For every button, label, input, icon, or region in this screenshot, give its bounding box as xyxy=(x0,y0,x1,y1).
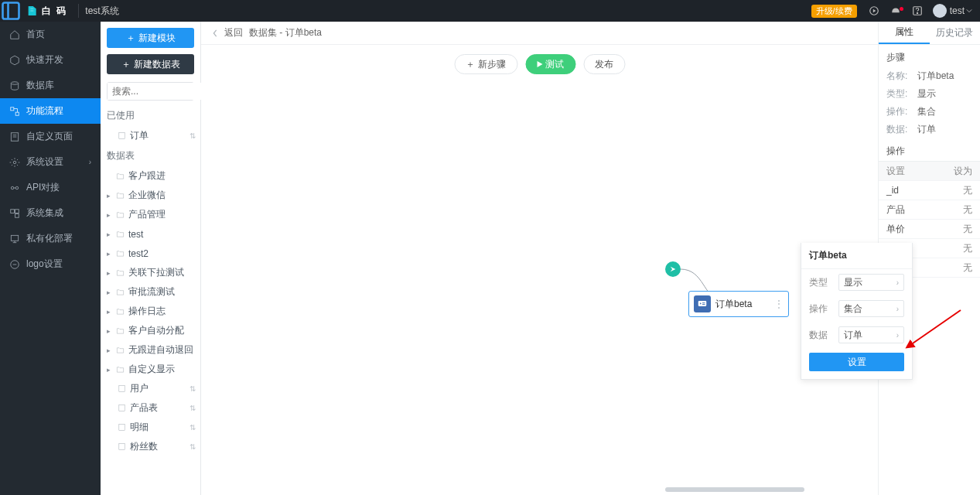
popup-settings-button[interactable]: 设置 xyxy=(809,353,904,371)
right-tabs: 属性 历史记录 xyxy=(879,22,980,45)
table-folder[interactable]: ▸test2 xyxy=(101,244,200,263)
svg-rect-12 xyxy=(15,213,19,217)
used-item[interactable]: 订单⇅ xyxy=(101,126,200,145)
svg-rect-5 xyxy=(11,107,14,110)
table-folder[interactable]: ▸审批流测试 xyxy=(101,282,200,302)
nav-item-db[interactable]: 数据库 xyxy=(0,73,101,98)
test-button[interactable]: 测试 xyxy=(525,54,575,74)
table-folder[interactable]: ▸企业微信 xyxy=(101,186,200,205)
preview-icon[interactable] xyxy=(865,5,883,16)
topbar: 白 码 test系统 升级/续费 test xyxy=(0,0,980,22)
table-folder[interactable]: ▸自定义显示 xyxy=(101,360,200,379)
table-item[interactable]: 产品表⇅ xyxy=(101,398,200,418)
table-item[interactable]: 明细⇅ xyxy=(101,418,200,437)
svg-point-10 xyxy=(15,186,19,189)
menu-toggle-icon[interactable] xyxy=(0,0,22,22)
op-table-row[interactable]: 单价无 xyxy=(879,220,980,239)
svg-rect-21 xyxy=(118,443,124,449)
table-folder[interactable]: ▸test xyxy=(101,224,200,244)
nav-item-cube[interactable]: 快速开发 xyxy=(0,47,101,73)
svg-rect-11 xyxy=(11,209,15,213)
svg-point-8 xyxy=(13,161,16,164)
step-section-title: 步骤 xyxy=(879,45,980,67)
step-kv-row: 操作:集合 xyxy=(879,103,980,121)
canvas-scrollbar[interactable] xyxy=(464,487,878,492)
node-title: 订单beta xyxy=(715,298,752,311)
table-folder[interactable]: ▸操作日志 xyxy=(101,302,200,321)
new-module-button[interactable]: ＋新建模块 xyxy=(107,28,194,48)
data-panel: ＋新建模块 ＋新建数据表 已使用 订单⇅ 数据表 客户跟进▸企业微信▸产品管理▸… xyxy=(101,22,201,495)
popup-field-row: 数据订单› xyxy=(801,322,912,348)
nav-item-page[interactable]: 自定义页面 xyxy=(0,124,101,149)
table-item[interactable]: 用户⇅ xyxy=(101,379,200,398)
node-more-icon[interactable]: ⋮ xyxy=(774,299,784,309)
group-tables-title: 数据表 xyxy=(101,145,200,166)
svg-point-3 xyxy=(917,12,917,13)
op-table-head: 设置设为 xyxy=(879,162,980,181)
table-folder[interactable]: ▸产品管理 xyxy=(101,205,200,224)
node-config-popup: 订单beta 类型显示›操作集合›数据订单› 设置 xyxy=(801,243,913,380)
svg-point-23 xyxy=(700,303,702,305)
svg-rect-18 xyxy=(118,385,124,391)
brand-logo[interactable]: 白 码 xyxy=(22,0,72,22)
upgrade-button[interactable]: 升级/续费 xyxy=(811,5,857,18)
nav-item-deploy[interactable]: 私有化部署 xyxy=(0,226,101,251)
svg-rect-24 xyxy=(702,302,705,303)
brand-text: 白 码 xyxy=(42,5,67,18)
nav-item-home[interactable]: 首页 xyxy=(0,22,101,47)
step-kv-row: 名称:订单beta xyxy=(879,67,980,85)
table-tree: 客户跟进▸企业微信▸产品管理▸test▸test2▸关联下拉测试▸审批流测试▸操… xyxy=(101,166,200,495)
popup-title: 订单beta xyxy=(801,243,912,269)
nav-item-integ[interactable]: 系统集成 xyxy=(0,200,101,226)
back-button[interactable] xyxy=(212,29,218,37)
table-folder[interactable]: ▸客户自动分配 xyxy=(101,321,200,340)
user-menu[interactable]: test xyxy=(947,5,980,16)
left-nav: 首页快速开发数据库功能流程自定义页面系统设置›API对接系统集成私有化部署log… xyxy=(0,22,101,495)
op-section-title: 操作 xyxy=(879,138,980,161)
nav-item-api[interactable]: API对接 xyxy=(0,175,101,200)
start-node[interactable] xyxy=(665,261,681,277)
notification-icon[interactable] xyxy=(886,5,905,16)
back-label[interactable]: 返回 xyxy=(224,26,243,39)
popup-field[interactable]: 集合› xyxy=(838,300,904,317)
svg-rect-13 xyxy=(15,209,19,213)
tab-history[interactable]: 历史记录 xyxy=(930,22,981,44)
step-kv-row: 类型:显示 xyxy=(879,85,980,103)
help-icon[interactable] xyxy=(908,5,927,16)
nav-item-gear[interactable]: 系统设置› xyxy=(0,149,101,175)
popup-field[interactable]: 订单› xyxy=(838,326,904,343)
new-table-button[interactable]: ＋新建数据表 xyxy=(107,54,194,74)
system-name: test系统 xyxy=(85,5,118,18)
breadcrumb: 返回 数据集 - 订单beta xyxy=(201,22,878,45)
svg-rect-0 xyxy=(3,3,19,19)
svg-point-4 xyxy=(11,81,18,84)
breadcrumb-path: 数据集 - 订单beta xyxy=(249,26,322,39)
nav-item-logo[interactable]: logo设置 xyxy=(0,251,101,277)
op-table-row[interactable]: 产品无 xyxy=(879,200,980,220)
node-type-icon xyxy=(694,295,711,312)
canvas: 返回 数据集 - 订单beta ＋新步骤 测试 发布 订单beta ⋮ 订单be… xyxy=(201,22,878,495)
svg-point-9 xyxy=(11,186,14,189)
new-step-button[interactable]: ＋新步骤 xyxy=(454,54,517,74)
table-folder[interactable]: 客户跟进 xyxy=(101,166,200,186)
tab-properties[interactable]: 属性 xyxy=(879,22,930,44)
nav-item-flow[interactable]: 功能流程 xyxy=(0,98,101,124)
topbar-divider xyxy=(78,4,79,18)
op-table-row[interactable]: _id无 xyxy=(879,181,980,200)
canvas-toolbar: ＋新步骤 测试 发布 xyxy=(454,54,625,74)
table-item[interactable]: 粉丝数⇅ xyxy=(101,437,200,456)
table-folder[interactable]: ▸无跟进自动退回 xyxy=(101,340,200,360)
publish-button[interactable]: 发布 xyxy=(583,54,625,74)
svg-rect-20 xyxy=(118,424,124,430)
svg-rect-17 xyxy=(118,132,124,138)
search-row xyxy=(107,82,194,101)
flow-node[interactable]: 订单beta ⋮ xyxy=(688,291,789,317)
svg-rect-25 xyxy=(702,304,705,305)
svg-rect-19 xyxy=(118,405,124,411)
svg-rect-22 xyxy=(698,301,707,306)
user-avatar[interactable] xyxy=(933,4,947,18)
table-folder[interactable]: ▸关联下拉测试 xyxy=(101,263,200,282)
popup-field[interactable]: 显示› xyxy=(838,274,904,291)
step-kv-row: 数据:订单 xyxy=(879,121,980,138)
group-used-title: 已使用 xyxy=(101,105,200,126)
